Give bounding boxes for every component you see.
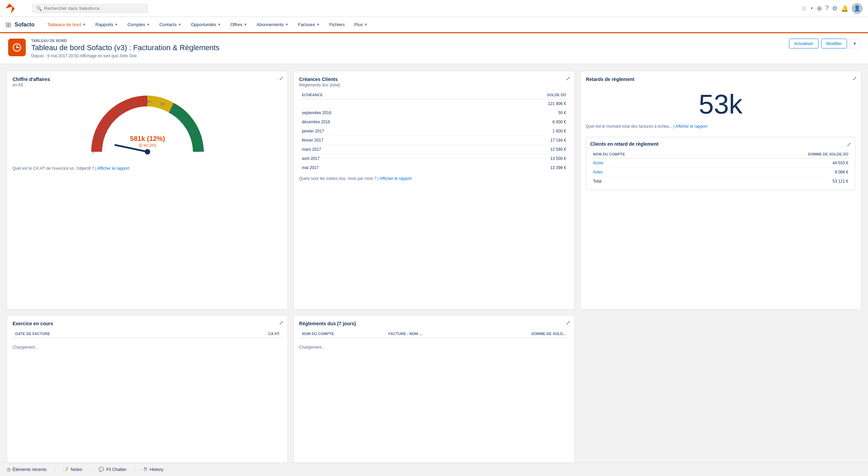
col-solde: SOLDE DÛ: [457, 91, 569, 99]
chevron-icon: ▼: [285, 23, 289, 26]
modify-button[interactable]: Modifier: [821, 39, 847, 48]
big-number: 53k: [586, 89, 855, 120]
card-footer: Quel est le montant total des factures à…: [586, 124, 855, 129]
chatter-item[interactable]: 💬 Fil Chatter: [99, 467, 126, 472]
table-row: Avtec9 088 €: [590, 168, 851, 177]
col-echeance: ECHÉANCE: [299, 91, 457, 99]
chevron-icon: ▼: [218, 23, 221, 26]
divider: [90, 466, 91, 473]
breadcrumb: TABLEAU DE BORD: [31, 39, 219, 43]
app-navigation: ⊞ Sofacto Tableaux de bord ▼ Rapports ▼ …: [0, 17, 868, 33]
card-subtitle: en K€: [13, 83, 282, 87]
svg-text:4.5m: 4.5m: [189, 130, 196, 134]
nav-item-plus[interactable]: Plus ▼: [350, 17, 372, 33]
card-title: Chiffre d'affaires: [13, 77, 282, 82]
card-chiffre-affaires: Chiffre d'affaires en K€ ⤢ 0 500k 1m 1.5…: [7, 71, 288, 310]
svg-text:1m: 1m: [107, 121, 112, 125]
nav-item-abonnements[interactable]: Abonnements ▼: [252, 17, 293, 33]
svg-text:0: 0: [92, 150, 94, 154]
exercice-table: DATE DE FACTURE CA HT Chargement...: [13, 330, 282, 356]
nav-item-rapports[interactable]: Rapports ▼: [91, 17, 123, 33]
header-left: TABLEAU DE BORD Tableau de bord Sofacto …: [8, 39, 219, 58]
table-row: Acme44 033 €: [590, 159, 851, 168]
expand-icon[interactable]: ⤢: [279, 75, 283, 82]
expand-icon[interactable]: ⤢: [847, 141, 851, 148]
bell-icon[interactable]: 🔔: [841, 5, 848, 12]
report-link[interactable]: Afficher le rapport: [380, 176, 412, 181]
app-name: Sofacto: [15, 22, 35, 28]
reglements-table: NOM DU COMPTE FACTURE : NOM ... SOMME DE…: [299, 330, 569, 356]
col-facture: FACTURE : NOM ...: [386, 330, 476, 338]
nav-item-factures[interactable]: Factures ▼: [293, 17, 324, 33]
expand-icon[interactable]: ⤢: [566, 75, 570, 82]
search-icon: 🔍: [36, 6, 42, 11]
app-logo[interactable]: [5, 3, 19, 14]
expand-icon[interactable]: ⤢: [852, 75, 857, 82]
card-title: Règlements dus (7 jours): [299, 321, 569, 326]
report-link[interactable]: Afficher le rapport: [675, 124, 708, 129]
notes-label: Notes: [71, 467, 82, 472]
chatter-label: Fil Chatter: [106, 467, 126, 472]
refresh-button[interactable]: Actualiser: [789, 39, 818, 48]
clients-retard-title: Clients en retard de règlement: [590, 141, 851, 147]
card-title: Créances Clients: [299, 77, 569, 82]
expand-icon[interactable]: ⤢: [566, 319, 570, 326]
nav-item-comptes[interactable]: Comptes ▼: [123, 17, 155, 33]
page-title: Tableau de bord Sofacto (v3) : Facturati…: [31, 43, 219, 52]
status-bar: ◷ Éléments récents 📝 Notes 💬 Fil Chatter…: [0, 462, 868, 476]
svg-text:(0 en 2m): (0 en 2m): [139, 143, 156, 148]
nav-item-offres[interactable]: Offres ▼: [225, 17, 252, 33]
search-input[interactable]: [44, 6, 144, 11]
svg-text:581k (12%): 581k (12%): [130, 135, 165, 142]
chatter-icon: 💬: [99, 467, 104, 472]
table-row: mars 201712 580 €: [299, 145, 569, 154]
main-content: Chiffre d'affaires en K€ ⤢ 0 500k 1m 1.5…: [0, 64, 868, 476]
add-icon[interactable]: ⊕: [817, 5, 822, 12]
divider: [55, 466, 55, 473]
nav-item-fichiers[interactable]: Fichiers: [324, 17, 350, 33]
help-icon[interactable]: ?: [825, 5, 829, 12]
chevron-icon: ▼: [82, 23, 86, 26]
svg-text:2m: 2m: [131, 102, 136, 106]
grid-icon[interactable]: ⊞: [5, 21, 11, 29]
page-subtitle: Depuis : 9 mai 2017 20:50·Affichage en t…: [31, 54, 219, 58]
favorites-icon[interactable]: ☆: [801, 5, 807, 12]
nav-item-contacts[interactable]: Contacts ▼: [155, 17, 186, 33]
report-link[interactable]: Afficher le rapport: [97, 166, 130, 171]
svg-marker-2: [11, 7, 15, 14]
card-subtitle: Règlements dus (total): [299, 83, 569, 87]
svg-marker-0: [5, 3, 12, 8]
chevron-icon: ▼: [115, 23, 118, 26]
table-row: Chargement...: [13, 338, 282, 356]
history-item[interactable]: ⏱ History: [143, 467, 163, 472]
svg-point-4: [16, 47, 18, 48]
table-row: janvier 20171 600 €: [299, 127, 569, 136]
notes-item[interactable]: 📝 Notes: [63, 467, 82, 472]
recent-label: Éléments récents: [13, 467, 46, 472]
nav-item-opportunites[interactable]: Opportunités ▼: [186, 17, 225, 33]
svg-text:3m: 3m: [160, 102, 165, 106]
svg-text:500k: 500k: [98, 133, 106, 137]
col-somme: SOMME DE SOLDE DÛ: [707, 150, 851, 159]
expand-icon[interactable]: ⤢: [279, 319, 283, 326]
table-row: 121 806 €: [299, 99, 569, 108]
creances-table: ECHÉANCE SOLDE DÛ 121 806 €septembre 201…: [299, 91, 569, 172]
clients-table: NOM DU COMPTE SOMME DE SOLDE DÛ Acme44 0…: [590, 150, 851, 186]
svg-text:2.5m: 2.5m: [144, 100, 151, 103]
gear-icon[interactable]: ⚙: [832, 5, 837, 12]
header-actions: Actualiser Modifier ▼: [789, 39, 860, 48]
actions-chevron-button[interactable]: ▼: [850, 39, 860, 48]
user-avatar[interactable]: 👤: [852, 3, 863, 14]
nav-item-tableaux[interactable]: Tableaux de bord ▼: [43, 17, 91, 33]
notes-icon: 📝: [63, 467, 68, 472]
col-ca: CA HT: [203, 330, 282, 338]
svg-text:5m: 5m: [200, 149, 205, 152]
recent-icon: ◷: [7, 467, 11, 472]
header-info: TABLEAU DE BORD Tableau de bord Sofacto …: [31, 39, 219, 58]
table-row: mai 201713 398 €: [299, 163, 569, 172]
chevron-down-icon[interactable]: ▼: [810, 6, 813, 10]
search-bar[interactable]: 🔍: [33, 4, 148, 13]
chevron-icon: ▼: [316, 23, 320, 26]
recent-items[interactable]: ◷ Éléments récents: [7, 467, 46, 472]
table-row: février 201717 194 €: [299, 136, 569, 145]
